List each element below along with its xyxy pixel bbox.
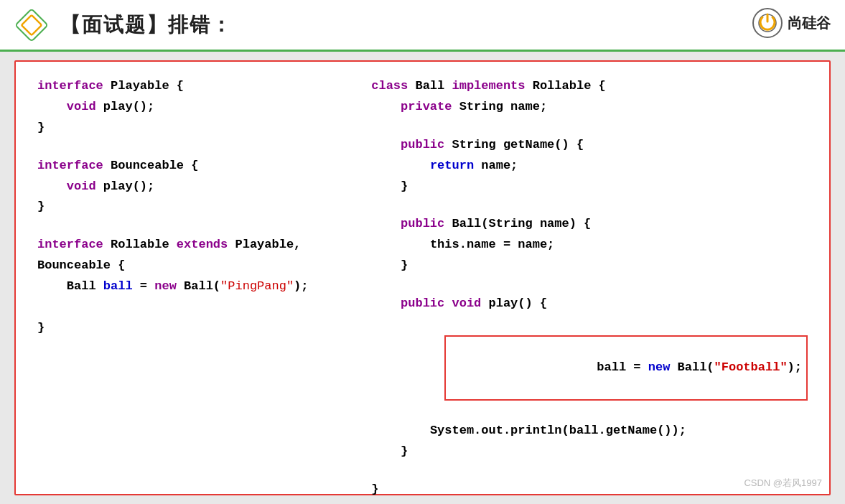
code-line: return name; [371,156,808,177]
page-title: 【面试题】排错： [60,11,233,39]
code-block-getname: public String getName() { return name; } [371,135,808,197]
code-line: this.name = name; [371,235,808,256]
brand-icon [752,7,783,39]
brand: 尚硅谷 [752,7,831,39]
code-line-highlighted: ball = new Ball("Football"); [371,314,808,421]
code-line: System.out.println(ball.getName()); [371,421,808,442]
code-block-rollable: interface Rollable extends Playable, Bou… [37,235,342,338]
code-line: Bounceable { [37,256,342,276]
code-line: private String name; [371,97,808,118]
code-line: } [37,197,342,218]
code-line: } [37,318,342,339]
code-line: } [371,177,808,197]
code-block-playable: interface Playable { void play(); } [37,76,342,139]
main-content: interface Playable { void play(); } inte… [0,52,845,504]
code-right-column: class Ball implements Rollable { private… [357,76,808,480]
code-line [37,297,342,318]
code-line: } [371,442,808,462]
code-line: interface Playable { [37,76,342,97]
code-line: public void play() { [371,294,808,314]
code-block-bounceable: interface Bounceable { void play(); } [37,156,342,218]
code-panel: interface Playable { void play(); } inte… [14,60,831,495]
code-line: interface Rollable extends Playable, [37,235,342,256]
code-line: Ball ball = new Ball("PingPang"); [37,276,342,297]
code-line: public Ball(String name) { [371,214,808,235]
code-block-close: } [371,480,808,500]
code-line: } [371,480,808,500]
header: 【面试题】排错： 尚硅谷 [0,0,845,52]
watermark: CSDN @若风1997 [744,477,822,490]
code-line: void play(); [37,177,342,197]
code-line: class Ball implements Rollable { [371,76,808,97]
brand-text: 尚硅谷 [788,14,831,33]
code-block-ball-class: class Ball implements Rollable { private… [371,76,808,118]
code-block-play: public void play() { ball = new Ball("Fo… [371,294,808,462]
svg-rect-0 [15,9,47,41]
code-line: void play(); [37,97,342,118]
code-line: public String getName() { [371,135,808,156]
logo-icon [14,8,49,42]
code-line: } [37,118,342,139]
code-left-column: interface Playable { void play(); } inte… [37,76,357,480]
code-line: interface Bounceable { [37,156,342,177]
code-line: } [371,256,808,276]
code-block-constructor: public Ball(String name) { this.name = n… [371,214,808,276]
svg-point-2 [753,9,782,37]
